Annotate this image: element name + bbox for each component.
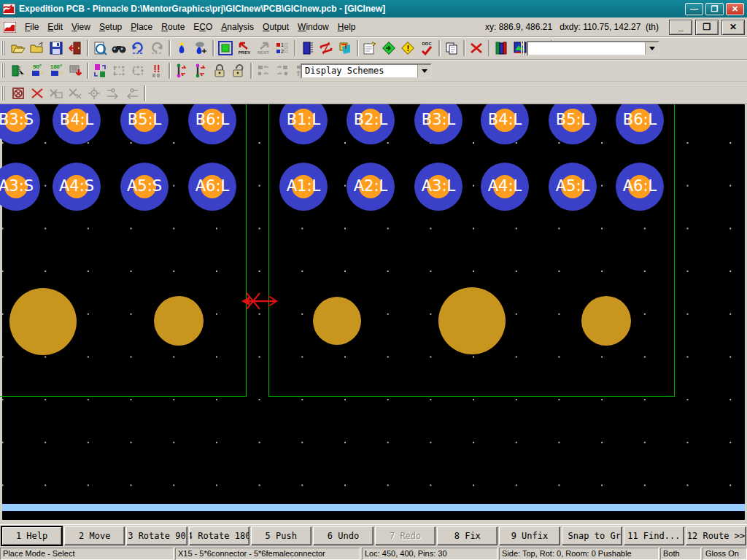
align-left-button	[255, 62, 272, 79]
separator	[250, 63, 252, 79]
minimize-button[interactable]: —	[685, 3, 703, 15]
toolbar-grip[interactable]	[1, 41, 7, 55]
pad-B4-L[interactable]: B4:L	[53, 104, 101, 144]
menu-item-route[interactable]: Route	[157, 20, 189, 34]
save-button[interactable]	[47, 39, 65, 57]
select-mode-toggle[interactable]	[217, 39, 234, 57]
drill-hole[interactable]	[438, 287, 506, 354]
menu-item-eco[interactable]: ECO	[189, 20, 217, 34]
pcb-canvas[interactable]: B3:SB4:LB5:LB6:LA3:SA4:SA5:SA6:LB1:LB2:L…	[0, 104, 747, 524]
rotate-180-button[interactable]: 180°	[47, 62, 65, 79]
fnkey-5-push[interactable]: 5 Push	[251, 526, 311, 545]
drill-hole[interactable]	[581, 296, 631, 346]
display-control-button[interactable]	[336, 39, 354, 57]
unlock-button[interactable]	[230, 62, 247, 79]
mdi-restore-button[interactable]: ❐	[695, 20, 719, 35]
close-board-button[interactable]	[28, 39, 46, 57]
fnkey-1-help[interactable]: 1 Help	[1, 526, 63, 546]
netlines-button[interactable]	[317, 39, 335, 57]
unplace-button[interactable]	[9, 85, 27, 102]
drill-hole[interactable]	[154, 296, 204, 346]
scheme-combo-dropdown[interactable]	[645, 42, 658, 55]
fnkey-7-redo: 7 Redo	[375, 526, 436, 545]
pad-B6-L[interactable]: B6:L	[616, 104, 664, 144]
delete-multi-button	[66, 85, 84, 102]
push-part-button[interactable]	[66, 62, 84, 79]
delete-button[interactable]	[468, 39, 485, 57]
toolbar-grip[interactable]	[1, 86, 7, 101]
scheme-combo[interactable]	[527, 41, 659, 56]
fix-button[interactable]: !!	[148, 62, 166, 79]
fnkey-4-rotate-180[interactable]: 4 Rotate 180	[189, 526, 249, 545]
pad-A1-L[interactable]: A1:L	[279, 163, 328, 211]
pad-B2-L[interactable]: B2:L	[347, 104, 395, 144]
menu-item-setup[interactable]: Setup	[95, 20, 126, 34]
fnkey-12-route[interactable]: 12 Route >>	[686, 526, 746, 545]
delete-mode-button[interactable]	[28, 85, 46, 102]
menu-item-window[interactable]: Window	[293, 20, 333, 34]
pad-A4-L[interactable]: A4:L	[481, 163, 529, 211]
review-hazards-button[interactable]	[380, 39, 398, 57]
pad-A5-L[interactable]: A5:L	[549, 163, 597, 211]
pad-B5-L[interactable]: B5:L	[120, 104, 169, 144]
part-view-button[interactable]	[298, 39, 316, 57]
pad-A6-L[interactable]: A6:L	[616, 163, 664, 211]
fnkey-3-rotate-90[interactable]: 3 Rotate 90	[126, 526, 187, 545]
menu-item-output[interactable]: Output	[258, 20, 293, 34]
drill-hole[interactable]	[313, 297, 361, 345]
highlight-button[interactable]	[173, 39, 190, 57]
close-button[interactable]: ✕	[726, 3, 744, 15]
mdi-close-button[interactable]: ✕	[721, 20, 745, 35]
open-button[interactable]	[9, 39, 27, 57]
pin-swap-button[interactable]	[173, 62, 190, 79]
toolbar-grip[interactable]	[521, 41, 526, 55]
pad-B6-L[interactable]: B6:L	[188, 104, 236, 144]
drill-hole[interactable]	[9, 288, 77, 355]
menu-item-analysis[interactable]: Analysis	[217, 20, 258, 34]
mdi-minimize-button[interactable]: _	[669, 20, 692, 35]
pad-B3-L[interactable]: B3:L	[414, 104, 462, 144]
drc-button[interactable]: DRC	[418, 39, 436, 57]
pad-B1-L[interactable]: B1:L	[279, 104, 328, 144]
exit-button[interactable]	[66, 39, 84, 57]
select-area-button	[110, 62, 128, 79]
lock-button[interactable]	[211, 62, 228, 79]
find-button[interactable]	[110, 39, 128, 57]
fnkey-0-snap-to-gri[interactable]: 0 Snap to Gri	[562, 526, 622, 545]
pad-A3-L[interactable]: A3:L	[414, 163, 462, 211]
fnkey-11-find[interactable]: 11 Find...	[624, 526, 684, 545]
fnkey-2-move[interactable]: 2 Move	[64, 526, 125, 545]
menu-item-place[interactable]: Place	[126, 20, 157, 34]
restore-button[interactable]: ❐	[705, 3, 724, 15]
pad-B4-L[interactable]: B4:L	[481, 104, 529, 144]
highlight-add-button[interactable]	[192, 39, 209, 57]
preview-button[interactable]	[91, 39, 109, 57]
pad-A4-S[interactable]: A4:S	[53, 163, 101, 211]
hazards-button[interactable]: !	[399, 39, 417, 57]
menu-item-file[interactable]: File	[20, 20, 43, 34]
undo-button[interactable]	[129, 39, 147, 57]
prev-button[interactable]: PREV	[236, 39, 253, 57]
copy-button[interactable]	[443, 39, 460, 57]
gate-swap-button[interactable]	[192, 62, 209, 79]
menu-item-view[interactable]: View	[67, 20, 95, 34]
fnkey-8-fix[interactable]: 8 Fix	[437, 526, 498, 545]
menu-item-edit[interactable]: Edit	[43, 20, 67, 34]
pad-A5-S[interactable]: A5:S	[120, 163, 169, 211]
menu-item-help[interactable]: Help	[333, 20, 360, 34]
fnkey-9-unfix[interactable]: 9 Unfix	[499, 526, 560, 545]
pad-A2-L[interactable]: A2:L	[347, 163, 395, 211]
pad-A6-L[interactable]: A6:L	[188, 163, 236, 211]
display-schemes-dropdown[interactable]	[417, 65, 430, 77]
place-part-button[interactable]	[9, 62, 27, 79]
board-outline	[246, 104, 247, 397]
pad-B5-L[interactable]: B5:L	[549, 104, 597, 144]
rotate-90-button[interactable]: 90°	[28, 62, 46, 79]
library-services-button[interactable]	[492, 39, 510, 57]
swap-parts-button[interactable]	[91, 62, 109, 79]
display-schemes-combo[interactable]: Display Schemes	[301, 63, 432, 79]
order-button[interactable]: 12	[274, 39, 291, 57]
fnkey-6-undo[interactable]: 6 Undo	[313, 526, 374, 545]
toolbar-grip[interactable]	[1, 63, 7, 78]
properties-button[interactable]	[361, 39, 379, 57]
